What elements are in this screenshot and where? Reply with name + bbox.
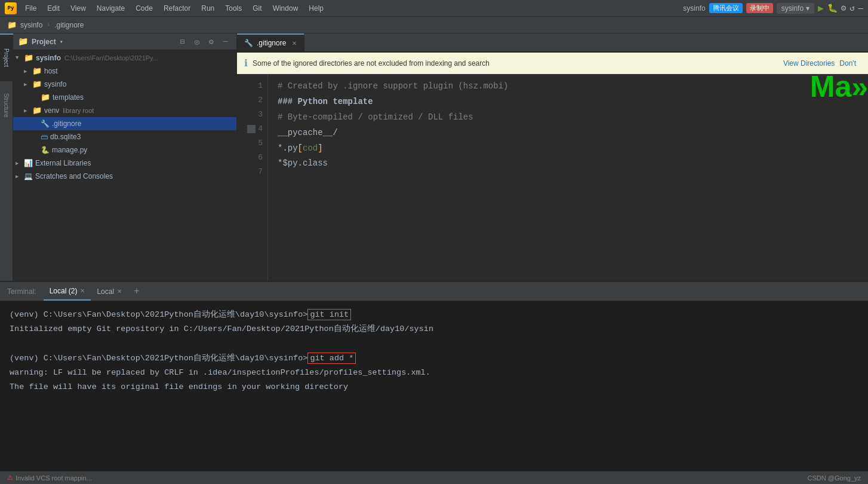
code-line-3: # Byte-compiled / optimized / DLL files [278,110,858,125]
tree-item-scratches[interactable]: ▶ 💻 Scratches and Consoles [13,170,236,183]
menu-git[interactable]: Git [248,3,266,14]
terminal-tab-local2[interactable]: Local (2) ✕ [44,282,91,301]
more-button[interactable]: — [858,4,863,13]
gitignore-label: .gitignore [52,120,81,128]
build-button[interactable]: ⚙ [841,3,846,13]
menu-navigate[interactable]: Navigate [92,3,130,14]
sysinfo-folder-icon: 📁 [32,79,42,89]
breadcrumb-file: .gitignore [54,21,84,29]
sysinfo-arrow[interactable]: ▶ [24,81,32,88]
code-line-4: __pycache__/ [278,125,858,141]
structure-tab-label: Structure [3,93,10,118]
terminal-tabs-bar: Terminal: Local (2) ✕ Local ✕ + [0,282,868,301]
terminal-tab-local2-close[interactable]: ✕ [80,287,85,294]
menu-help[interactable]: Help [304,3,328,14]
scratches-label: Scratches and Consoles [35,172,113,180]
terminal-content[interactable]: (venv) C:\Users\Fan\Desktop\2021Python自动… [0,301,868,471]
collapse-all-btn[interactable]: ⊟ [177,36,189,48]
line-num-1: 1 [237,79,263,93]
tree-root[interactable]: ▼ 📁 sysinfo C:\Users\Fan\Desktop\2021Py.… [13,51,236,65]
extlibs-icon: 📊 [24,159,33,168]
terminal-label: Terminal: [0,282,44,301]
code-line-7 [278,171,858,187]
templates-label: templates [53,93,84,102]
tree-item-sysinfo[interactable]: ▶ 📁 sysinfo [13,78,236,91]
terminal-line-6: The file will have its original file end… [10,381,858,394]
scratches-arrow[interactable]: ▶ [16,173,24,180]
view-directories-link[interactable]: View Directories [783,59,835,68]
panel-title: Project [32,38,56,46]
run-config-name: sysinfo [781,4,804,13]
terminal-prompt-2: (venv) C:\Users\Fan\Desktop\2021Python自动… [10,354,307,363]
tree-item-gitignore[interactable]: 🔧 .gitignore [13,117,236,130]
tree-item-db[interactable]: 🗃 db.sqlite3 [13,130,236,143]
tab-gitignore-label: .gitignore [257,39,286,47]
menu-run[interactable]: Run [196,3,219,14]
vcs-button[interactable]: ↺ [849,3,854,13]
breadcrumb-sep: › [46,20,51,29]
vcs-warning-icon: ⚠ [7,474,13,482]
locate-btn[interactable]: ◎ [191,36,203,48]
terminal-tab-local-label: Local [97,287,114,296]
tree-item-venv[interactable]: ▶ 📁 venv library root [13,104,236,117]
notification-bar: ℹ Some of the ignored directories are no… [237,53,868,74]
side-panel-tabs: Project Structure [0,33,13,281]
terminal-tab-local[interactable]: Local ✕ [91,282,128,301]
run-config-chevron: ▾ [806,4,809,13]
status-bar: ⚠ Invalid VCS root mappin... CSDN @Gong_… [0,471,868,484]
project-side-tab[interactable]: Project [0,33,13,81]
menu-code[interactable]: Code [131,3,158,14]
terminal-line-3 [10,338,858,351]
tab-gitignore[interactable]: 🔧 .gitignore ✕ [237,33,304,51]
code-line-1: # Created by .ignore support plugin (hsz… [278,79,858,94]
sysinfo-label: sysinfo [44,80,66,88]
dont-dismiss-link[interactable]: Don't [839,59,856,68]
menu-edit[interactable]: Edit [42,3,64,14]
menu-tools[interactable]: Tools [220,3,247,14]
tree-item-managepy[interactable]: 🐍 manage.py [13,143,236,157]
root-label: sysinfo [36,54,61,62]
menu-refactor[interactable]: Refactor [159,3,195,14]
terminal-tab-local-close[interactable]: ✕ [117,288,122,295]
tree-item-host[interactable]: ▶ 📁 host [13,65,236,78]
structure-side-tab[interactable]: Structure [0,81,13,129]
db-file-icon: 🗃 [41,133,48,142]
managepy-label: manage.py [52,146,87,154]
breadcrumb: 📁 sysinfo › .gitignore [0,17,868,33]
menu-window[interactable]: Window [268,3,303,14]
scratches-icon: 💻 [24,172,33,181]
line-numbers: 1 2 3 4 5 6 7 [237,74,268,281]
host-arrow[interactable]: ▶ [24,68,32,75]
line-num-4: 4 [237,122,263,136]
logo-text: Py [8,5,14,11]
tab-gitignore-close[interactable]: ✕ [292,40,297,47]
root-path: C:\Users\Fan\Desktop\2021Py... [64,54,158,62]
close-panel-btn[interactable]: — [220,36,232,48]
gitignore-file-icon: 🔧 [41,120,50,128]
tree-item-templates[interactable]: 📁 templates [13,91,236,104]
run-config-dropdown[interactable]: sysinfo ▾ [777,3,814,14]
terminal-add-tab[interactable]: + [128,282,146,301]
managepy-file-icon: 🐍 [41,146,50,155]
menu-view[interactable]: View [66,3,91,14]
run-button[interactable]: ▶ [818,2,824,14]
extlibs-arrow[interactable]: ▶ [16,160,24,167]
venv-arrow[interactable]: ▶ [24,108,32,114]
settings-btn[interactable]: ⚙ [205,36,217,48]
tencent-badge: 腾讯会议 [709,3,743,13]
code-lines[interactable]: # Created by .ignore support plugin (hsz… [268,74,868,281]
notif-text: Some of the ignored directories are not … [253,59,778,68]
tab-gitignore-icon: 🔧 [244,39,253,47]
panel-dropdown-btn[interactable]: ▾ [60,38,63,45]
line-num-7: 7 [237,165,263,179]
tree-item-ext-libs[interactable]: ▶ 📊 External Libraries [13,157,236,170]
breadcrumb-root[interactable]: sysinfo [20,21,42,29]
code-editor: 🔧 .gitignore ✕ ℹ Some of the ignored dir… [237,33,868,281]
code-content-area: 1 2 3 4 5 6 7 # Created by .ignore suppo… [237,74,868,281]
project-panel: 📁 Project ▾ ⊟ ◎ ⚙ — ▼ 📁 sysinfo C:\Users… [13,33,237,281]
root-folder-icon: 📁 [24,53,33,63]
menu-file[interactable]: File [20,3,41,14]
root-arrow[interactable]: ▼ [16,55,24,61]
debug-button[interactable]: 🐛 [827,3,838,13]
terminal-line-4: (venv) C:\Users\Fan\Desktop\2021Python自动… [10,352,858,365]
